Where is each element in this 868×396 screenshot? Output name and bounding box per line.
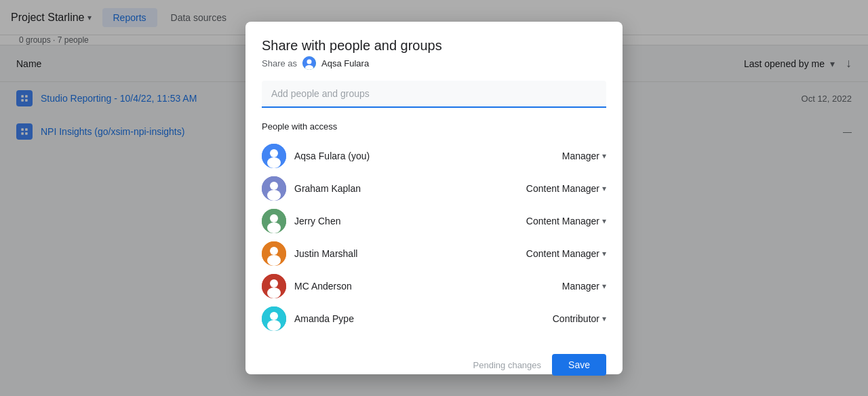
svg-point-18	[270, 214, 278, 222]
avatar-graham	[262, 176, 286, 201]
person-row-4: MC Anderson Manager ▾	[262, 270, 606, 302]
modal-title: Share with people and groups	[262, 38, 606, 54]
role-chevron-1: ▾	[602, 184, 606, 193]
person-row-1: Graham Kaplan Content Manager ▾	[262, 172, 606, 205]
people-list: Aqsa Fulara (you) Manager ▾ Graham Kapla…	[262, 140, 606, 335]
person-name-0: Aqsa Fulara (you)	[294, 151, 554, 161]
role-select-5[interactable]: Contributor ▾	[553, 313, 606, 324]
person-name-3: Justin Marshall	[294, 248, 518, 259]
pending-label: Pending changes	[473, 360, 541, 370]
role-select-4[interactable]: Manager ▾	[562, 281, 606, 292]
person-name-1: Graham Kaplan	[294, 183, 518, 194]
role-select-2[interactable]: Content Manager ▾	[526, 216, 606, 226]
people-with-access-label: People with access	[262, 121, 606, 132]
svg-point-16	[267, 190, 281, 201]
share-as-row: Share as Aqsa Fulara	[262, 56, 606, 70]
avatar-mc	[262, 274, 286, 298]
role-label-0: Manager	[562, 151, 599, 161]
modal-overlay: Share with people and groups Share as Aq…	[0, 0, 868, 396]
role-chevron-5: ▾	[602, 314, 606, 323]
role-label-4: Manager	[562, 281, 599, 292]
svg-point-13	[267, 157, 281, 168]
svg-point-9	[307, 60, 312, 64]
avatar-aqsa	[262, 144, 286, 168]
share-modal: Share with people and groups Share as Aq…	[245, 22, 623, 374]
role-chevron-3: ▾	[602, 249, 606, 258]
svg-point-22	[267, 255, 281, 266]
role-chevron-2: ▾	[602, 216, 606, 226]
role-select-3[interactable]: Content Manager ▾	[526, 248, 606, 259]
modal-footer: Pending changes Save	[262, 349, 606, 376]
share-as-avatar	[302, 56, 316, 70]
svg-point-15	[270, 182, 278, 190]
share-as-name: Aqsa Fulara	[321, 58, 369, 68]
save-button[interactable]: Save	[552, 354, 606, 376]
person-name-5: Amanda Pype	[294, 313, 545, 324]
share-as-label: Share as	[262, 58, 297, 68]
role-select-1[interactable]: Content Manager ▾	[526, 183, 606, 194]
role-chevron-4: ▾	[602, 281, 606, 291]
person-row-5: Amanda Pype Contributor ▾	[262, 302, 606, 335]
svg-point-12	[270, 149, 278, 157]
role-label-5: Contributor	[553, 313, 599, 324]
svg-point-19	[267, 222, 281, 233]
person-row-0: Aqsa Fulara (you) Manager ▾	[262, 140, 606, 172]
svg-point-21	[270, 247, 278, 255]
person-row-3: Justin Marshall Content Manager ▾	[262, 237, 606, 270]
add-people-input[interactable]	[271, 88, 597, 99]
role-label-1: Content Manager	[526, 183, 599, 194]
avatar-jerry	[262, 209, 286, 233]
role-select-0[interactable]: Manager ▾	[562, 151, 606, 161]
role-label-3: Content Manager	[526, 248, 599, 259]
avatar-justin	[262, 241, 286, 266]
person-name-4: MC Anderson	[294, 281, 554, 292]
svg-point-24	[270, 279, 278, 288]
svg-point-25	[267, 288, 281, 298]
role-label-2: Content Manager	[526, 216, 599, 226]
person-row-2: Jerry Chen Content Manager ▾	[262, 205, 606, 237]
avatar-amanda	[262, 306, 286, 331]
role-chevron-0: ▾	[602, 151, 606, 161]
svg-point-27	[270, 312, 278, 320]
add-people-input-wrap[interactable]	[262, 81, 606, 108]
svg-point-28	[267, 320, 281, 331]
person-name-2: Jerry Chen	[294, 216, 518, 226]
